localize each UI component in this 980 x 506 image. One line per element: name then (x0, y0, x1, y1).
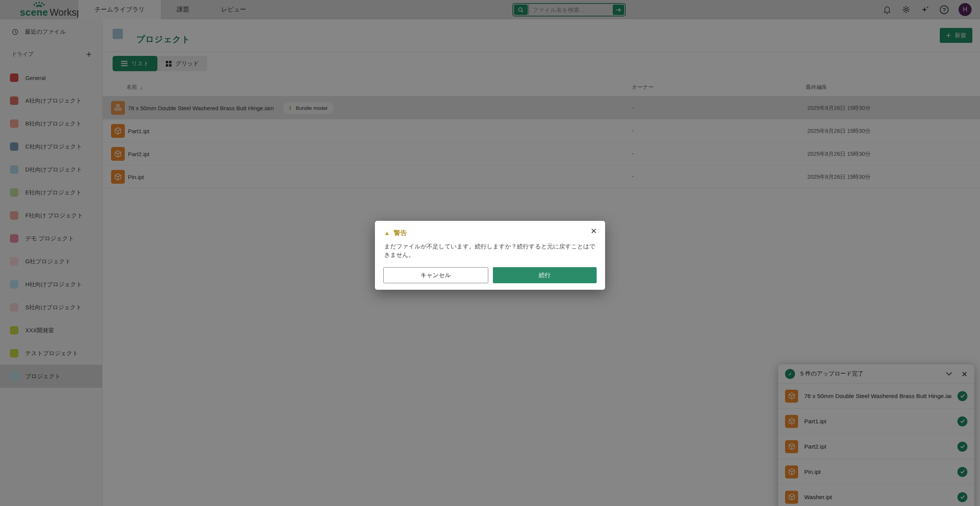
cancel-button[interactable]: キャンセル (383, 267, 488, 283)
warning-dialog: ▲ 警告 × まだファイルが不足しています。続行しますか？続行すると元に戻すこと… (375, 221, 605, 290)
app-window: sceneWorkspace チームライブラリ 課題 レビュー (0, 0, 980, 506)
dialog-header: ▲ 警告 (384, 229, 596, 237)
continue-button[interactable]: 続行 (493, 267, 597, 283)
dialog-actions: キャンセル 続行 (383, 267, 597, 283)
warning-icon: ▲ (384, 230, 390, 236)
dialog-title: 警告 (394, 229, 407, 237)
close-icon: × (591, 225, 597, 237)
dialog-close-button[interactable]: × (589, 225, 599, 236)
dialog-message: まだファイルが不足しています。続行しますか？続行すると元に戻すことはできません。 (384, 242, 596, 260)
